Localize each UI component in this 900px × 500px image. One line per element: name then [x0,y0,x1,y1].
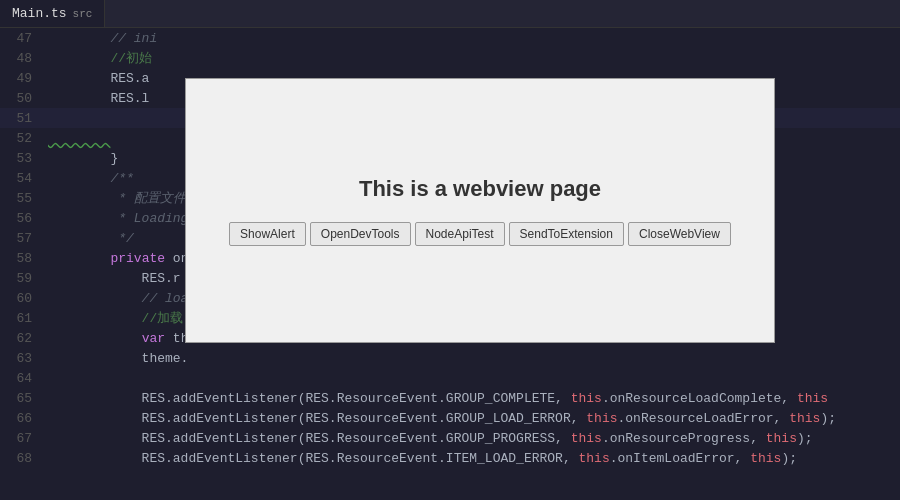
line-num-47: 47 [3,31,48,46]
line-num-56: 56 [3,211,48,226]
line-num-57: 57 [3,231,48,246]
line-content-68: RES.addEventListener(RES.ResourceEvent.I… [48,451,797,466]
line-content-52 [48,131,110,146]
line-num-54: 54 [3,171,48,186]
tab-dir: src [73,8,93,20]
line-num-58: 58 [3,251,48,266]
line-65: 65 RES.addEventListener(RES.ResourceEven… [0,388,900,408]
line-content-61: //加载 [48,309,183,327]
line-64: 64 [0,368,900,388]
line-content-56: * Loading [48,211,188,226]
line-48: 48 //初始 [0,48,900,68]
show-alert-button[interactable]: ShowAlert [229,222,306,246]
line-num-60: 60 [3,291,48,306]
line-content-60: // loa [48,291,188,306]
line-num-48: 48 [3,51,48,66]
line-num-52: 52 [3,131,48,146]
open-dev-tools-button[interactable]: OpenDevTools [310,222,411,246]
line-content-48: //初始 [48,49,152,67]
tab-bar: Main.ts src [0,0,900,28]
line-num-50: 50 [3,91,48,106]
line-content-47: // ini [48,31,157,46]
line-67: 67 RES.addEventListener(RES.ResourceEven… [0,428,900,448]
line-num-64: 64 [3,371,48,386]
line-num-61: 61 [3,311,48,326]
line-num-62: 62 [3,331,48,346]
line-num-55: 55 [3,191,48,206]
line-content-49: RES.a [48,71,149,86]
line-num-59: 59 [3,271,48,286]
tab-filename: Main.ts [12,6,67,21]
line-content-66: RES.addEventListener(RES.ResourceEvent.G… [48,411,836,426]
line-content-59: RES.r [48,271,181,286]
line-content-50: RES.l [48,91,149,106]
line-content-55: * 配置文件 [48,189,186,207]
line-num-63: 63 [3,351,48,366]
close-web-view-button[interactable]: CloseWebView [628,222,731,246]
line-content-58: private on [48,251,188,266]
webview-title: This is a webview page [359,176,601,202]
line-num-51: 51 [3,111,48,126]
line-num-49: 49 [3,71,48,86]
line-num-68: 68 [3,451,48,466]
send-to-extension-button[interactable]: SendToExtension [509,222,624,246]
line-content-62: var th [48,331,188,346]
line-content-53: } [48,151,118,166]
line-content-63: theme. [48,351,188,366]
line-num-65: 65 [3,391,48,406]
line-content-54: /** [48,171,134,186]
line-63: 63 theme. [0,348,900,368]
line-content-57: */ [48,231,134,246]
line-68: 68 RES.addEventListener(RES.ResourceEven… [0,448,900,468]
line-num-66: 66 [3,411,48,426]
tab-main-ts[interactable]: Main.ts src [0,0,105,27]
line-content-67: RES.addEventListener(RES.ResourceEvent.G… [48,431,813,446]
node-api-test-button[interactable]: NodeApiTest [415,222,505,246]
line-num-67: 67 [3,431,48,446]
line-66: 66 RES.addEventListener(RES.ResourceEven… [0,408,900,428]
editor-area: 47 // ini 48 //初始 49 RES.a 50 RES.l [0,28,900,500]
webview-panel: This is a webview page ShowAlert OpenDev… [185,78,775,343]
line-num-53: 53 [3,151,48,166]
webview-buttons: ShowAlert OpenDevTools NodeApiTest SendT… [229,222,731,246]
line-47: 47 // ini [0,28,900,48]
line-content-65: RES.addEventListener(RES.ResourceEvent.G… [48,391,828,406]
